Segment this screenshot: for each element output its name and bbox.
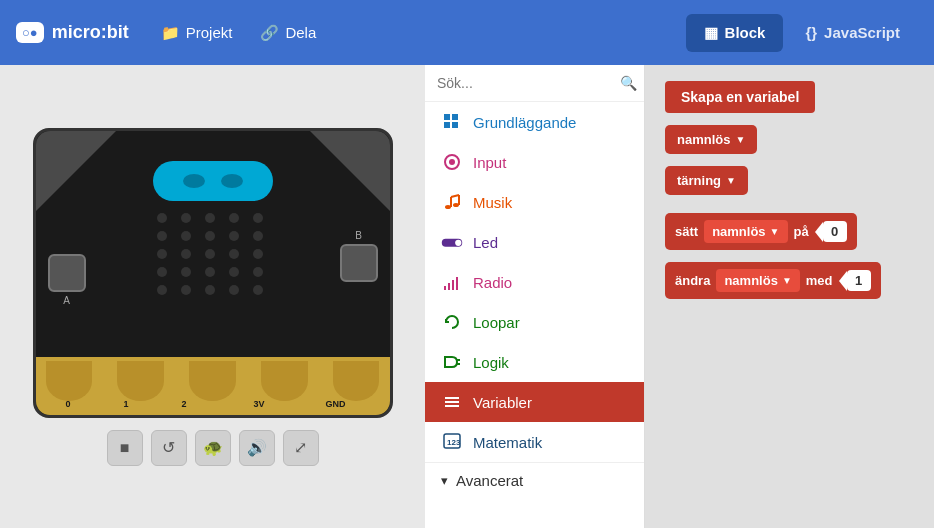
block-tab-icon: ▦ [704, 24, 718, 42]
advanced-item[interactable]: ▾ Avancerat [425, 462, 644, 498]
svg-line-10 [451, 195, 459, 197]
chevron-down-icon: ▾ [441, 473, 448, 488]
create-variable-button[interactable]: Skapa en variabel [665, 81, 815, 113]
restart-button[interactable]: ↺ [151, 430, 187, 466]
andra-value[interactable]: 1 [847, 270, 871, 291]
var-namnlos-dropdown-arrow: ▼ [735, 134, 745, 145]
led-3-2 [205, 267, 215, 277]
category-variabler[interactable]: Variabler [425, 382, 644, 422]
svg-point-12 [455, 240, 461, 246]
search-input[interactable] [437, 75, 612, 91]
andra-triangle-left [839, 271, 847, 291]
category-musik[interactable]: Musik [425, 182, 644, 222]
andra-var-name: namnlös [724, 273, 777, 288]
andra-var-dropdown[interactable]: namnlös ▼ [716, 269, 799, 292]
slow-icon: 🐢 [203, 438, 223, 457]
microbit-screen [153, 161, 273, 201]
category-led[interactable]: Led [425, 222, 644, 262]
tab-javascript[interactable]: {} JavaScript [787, 14, 918, 51]
input-icon [441, 151, 463, 173]
satt-value[interactable]: 0 [823, 221, 847, 242]
category-input[interactable]: Input [425, 142, 644, 182]
category-radio[interactable]: Radio [425, 262, 644, 302]
pin-2-label: 2 [182, 399, 187, 409]
pin-spacer2 [167, 361, 186, 401]
satt-prefix: sätt [675, 224, 698, 239]
var-tarning-block[interactable]: tärning ▼ [665, 166, 748, 195]
fullscreen-button[interactable]: ⤢ [283, 430, 319, 466]
stop-button[interactable]: ■ [107, 430, 143, 466]
header-left: ○● micro:bit 📁 Projekt 🔗 Dela [16, 18, 328, 48]
input-label: Input [473, 154, 506, 171]
nav-dela[interactable]: 🔗 Dela [248, 18, 328, 48]
button-a[interactable] [48, 254, 86, 292]
nav-projekt[interactable]: 📁 Projekt [149, 18, 245, 48]
advanced-label: Avancerat [456, 472, 523, 489]
blocks-panel: Skapa en variabel namnlös ▼ tärning ▼ sä… [645, 65, 934, 528]
led-label: Led [473, 234, 498, 251]
loopar-icon [441, 311, 463, 333]
category-matematik[interactable]: 123 Matematik [425, 422, 644, 462]
category-logik[interactable]: Logik [425, 342, 644, 382]
js-tab-icon: {} [805, 24, 817, 41]
header: ○● micro:bit 📁 Projekt 🔗 Dela ▦ Block {}… [0, 0, 934, 65]
category-grundlaggande[interactable]: Grundläggande [425, 102, 644, 142]
led-matrix [157, 213, 269, 295]
tab-block-label: Block [725, 24, 766, 41]
led-2-0 [157, 249, 167, 259]
andra-prefix: ändra [675, 273, 710, 288]
decor-triangle-tr [310, 131, 390, 211]
tab-javascript-label: JavaScript [824, 24, 900, 41]
share-icon: 🔗 [260, 24, 279, 42]
radio-icon [441, 271, 463, 293]
satt-block-row: sätt namnlös ▼ på 0 [665, 213, 914, 250]
satt-value-connector: 0 [815, 221, 847, 242]
var-tarning-dropdown-arrow: ▼ [726, 175, 736, 186]
matematik-label: Matematik [473, 434, 542, 451]
led-4-0 [157, 285, 167, 295]
sound-button[interactable]: 🔊 [239, 430, 275, 466]
led-3-1 [181, 267, 191, 277]
nav-projekt-label: Projekt [186, 24, 233, 41]
search-icon: 🔍 [620, 75, 637, 91]
satt-var-dropdown[interactable]: namnlös ▼ [704, 220, 787, 243]
pin-2 [189, 361, 236, 401]
pin-spacer1 [95, 361, 114, 401]
svg-rect-3 [452, 122, 458, 128]
satt-connector: på [794, 224, 809, 239]
slow-button[interactable]: 🐢 [195, 430, 231, 466]
svg-rect-1 [452, 114, 458, 120]
logik-label: Logik [473, 354, 509, 371]
svg-rect-2 [444, 122, 450, 128]
led-3-0 [157, 267, 167, 277]
tab-block[interactable]: ▦ Block [686, 14, 784, 52]
eye-right [221, 174, 243, 188]
category-loopar[interactable]: Loopar [425, 302, 644, 342]
logo: ○● micro:bit [16, 22, 129, 43]
pin-0 [46, 361, 93, 401]
restart-icon: ↺ [162, 438, 175, 457]
button-b[interactable] [340, 244, 378, 282]
svg-rect-14 [448, 283, 450, 290]
andra-block[interactable]: ändra namnlös ▼ med 1 [665, 262, 881, 299]
sound-icon: 🔊 [247, 438, 267, 457]
led-2-2 [205, 249, 215, 259]
decor-triangle-tl [36, 131, 116, 211]
eye-left [183, 174, 205, 188]
pin-spacer3 [239, 361, 258, 401]
satt-block[interactable]: sätt namnlös ▼ på 0 [665, 213, 857, 250]
pin-gnd-label: GND [326, 399, 346, 409]
fullscreen-icon: ⤢ [294, 438, 307, 457]
pin-gnd [333, 361, 380, 401]
main-area: 0 1 2 3V GND ■ ↺ 🐢 🔊 ⤢ [0, 65, 934, 528]
led-icon [441, 231, 463, 253]
var-namnlos-block[interactable]: namnlös ▼ [665, 125, 757, 154]
screen-eyes [183, 174, 243, 188]
andra-block-row: ändra namnlös ▼ med 1 [665, 262, 914, 299]
andra-value-connector: 1 [839, 270, 871, 291]
header-right: ▦ Block {} JavaScript [686, 14, 918, 52]
matematik-icon: 123 [441, 431, 463, 453]
svg-rect-0 [444, 114, 450, 120]
pin-0-label: 0 [66, 399, 71, 409]
pin-3v-label: 3V [254, 399, 265, 409]
